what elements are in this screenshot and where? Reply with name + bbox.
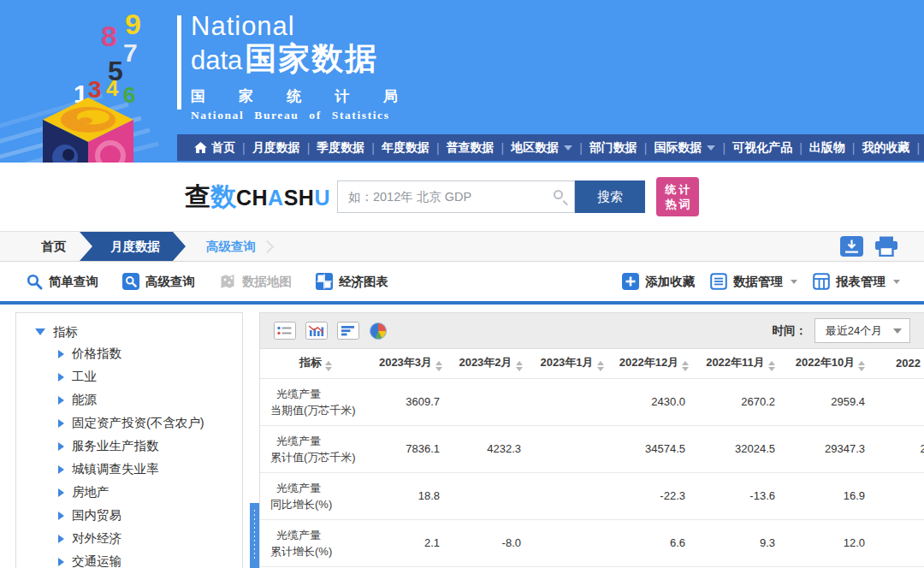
nav-item-1[interactable]: 月度数据 — [246, 140, 307, 156]
time-range-select[interactable]: 最近24个月 — [814, 318, 910, 343]
triangle-right-icon — [58, 535, 64, 543]
column-header-4[interactable]: 2022年11月 — [696, 349, 785, 378]
nav-item-8[interactable]: 可视化产品 — [726, 140, 799, 156]
value-cell-r1c4: 32024.5 — [696, 425, 785, 472]
list-view-button[interactable] — [274, 322, 296, 340]
nav-item-6[interactable]: 部门数据 — [583, 140, 644, 156]
download-button[interactable] — [840, 236, 863, 257]
indicator-cell: 光缆产量当期值(万芯千米) — [260, 378, 371, 425]
sidebar-item-5[interactable]: 城镇调查失业率 — [58, 458, 242, 481]
advanced-query-button[interactable]: 高级查询 — [122, 273, 195, 290]
triangle-right-icon — [58, 396, 64, 405]
data-manage-button[interactable]: 数据管理 — [710, 273, 797, 290]
sidebar-item-0[interactable]: 价格指数 — [58, 342, 242, 365]
value-cell-r0c6 — [875, 378, 924, 425]
sidebar-item-label: 工业 — [72, 369, 97, 385]
actions-left-group: 简单查询高级查询数据地图经济图表 — [26, 273, 388, 290]
sidebar-splitter[interactable] — [250, 503, 259, 568]
nav-item-label: 地区数据 — [511, 140, 559, 156]
hot-words-badge[interactable]: 统计 热词 — [656, 177, 699, 216]
column-header-1[interactable]: 2023年2月 — [450, 349, 531, 378]
nav-item-5[interactable]: 地区数据 — [504, 140, 579, 156]
sort-icon[interactable] — [858, 361, 865, 371]
search-input[interactable] — [338, 181, 574, 212]
sort-icon[interactable] — [325, 361, 332, 371]
sort-icon[interactable] — [682, 361, 689, 371]
sort-icon[interactable] — [768, 361, 775, 371]
logo-cn-name: 国家统计局 — [191, 86, 431, 106]
column-header-0[interactable]: 2023年3月 — [371, 349, 450, 378]
value-cell-r2c1 — [450, 472, 531, 519]
sidebar-item-9[interactable]: 交通运输 — [58, 550, 242, 568]
nav-item-4[interactable]: 普查数据 — [440, 140, 501, 156]
report-manage-label: 报表管理 — [836, 274, 886, 290]
simple-query-button[interactable]: 简单查询 — [26, 273, 98, 290]
chevron-down-icon — [893, 328, 902, 334]
value-cell-r0c5: 2959.4 — [785, 378, 875, 425]
sidebar-item-label: 城镇调查失业率 — [72, 461, 159, 477]
nav-item-7[interactable]: 国际数据 — [647, 140, 722, 156]
nav-item-11[interactable]: 帮助 — [920, 140, 924, 156]
print-button[interactable] — [874, 236, 898, 257]
sidebar-item-3[interactable]: 固定资产投资(不含农户) — [58, 411, 242, 435]
sidebar-item-label: 固定资产投资(不含农户) — [72, 415, 204, 431]
column-header-5[interactable]: 2022年10月 — [785, 349, 875, 378]
column-header-2[interactable]: 2023年1月 — [531, 349, 613, 378]
chashu-logo-segment: CH — [236, 186, 268, 210]
sidebar-item-7[interactable]: 国内贸易 — [58, 504, 242, 527]
nav-item-9[interactable]: 出版物 — [803, 140, 852, 156]
table-row: 光缆产量累计值(万芯千米)7836.14232.334574.532024.52… — [260, 425, 924, 472]
page: 987534612 National data 国家数据 国家统计局 Natio… — [0, 0, 924, 568]
column-header-3[interactable]: 2022年12月 — [613, 349, 696, 378]
sidebar-item-1[interactable]: 工业 — [58, 365, 242, 388]
bar-chart-view-button[interactable] — [305, 322, 328, 340]
triangle-right-icon — [58, 442, 64, 451]
search-button[interactable]: 搜索 — [575, 180, 645, 213]
chashu-logo-segment: A — [268, 186, 284, 210]
sidebar-root-indicator[interactable]: 指标 — [35, 322, 242, 342]
actions-right-group: 添加收藏数据管理报表管理 — [622, 273, 900, 290]
chashu-logo: 查数CHASHU — [185, 180, 330, 215]
table-row: 光缆产量同比增长(%)18.8-22.3-13.616.9 — [260, 472, 924, 519]
nav-item-3[interactable]: 年度数据 — [375, 140, 436, 156]
pie-view-button[interactable] — [369, 322, 388, 340]
sort-icon[interactable] — [516, 361, 523, 371]
add-favorite-button[interactable]: 添加收藏 — [622, 273, 695, 290]
value-cell-r0c3: 2430.0 — [613, 378, 696, 425]
nav-item-10[interactable]: 我的收藏 — [855, 140, 916, 156]
nav-item-label: 普查数据 — [447, 140, 495, 156]
column-header-label: 2022年11月 — [706, 356, 765, 369]
sidebar-item-label: 能源 — [72, 392, 97, 408]
sidebar-item-2[interactable]: 能源 — [58, 388, 242, 411]
sidebar-item-8[interactable]: 对外经济 — [58, 527, 242, 550]
indicator-detail: 累计增长(%) — [270, 543, 371, 559]
sort-icon[interactable] — [435, 361, 442, 371]
value-cell-r1c6: 2 — [875, 425, 924, 472]
column-header-indicator[interactable]: 指标 — [260, 349, 371, 378]
breadcrumb-home-tab[interactable]: 首页 — [15, 232, 92, 261]
sidebar-item-6[interactable]: 房地产 — [58, 481, 242, 504]
nav-item-label: 年度数据 — [382, 140, 429, 156]
logo-line2: data 国家数据 — [191, 41, 431, 79]
data-map-button[interactable]: 数据地图 — [219, 273, 292, 290]
data-table-panel: 时间： 最近24个月 指标2023年3月2023年2月2023年1月2022年1… — [259, 312, 924, 568]
report-manage-button[interactable]: 报表管理 — [813, 273, 900, 290]
sort-icon[interactable] — [597, 361, 604, 371]
chevron-down-icon — [893, 280, 900, 284]
chashu-logo-segment: 查 — [185, 180, 210, 215]
value-cell-r1c3: 34574.5 — [613, 425, 696, 472]
column-header-label: 2023年3月 — [379, 356, 432, 369]
nav-item-2[interactable]: 季度数据 — [310, 140, 371, 156]
nav-item-0[interactable]: 首页 — [187, 140, 242, 156]
column-header-6[interactable]: 2022 — [875, 349, 924, 378]
add-favorite-icon — [622, 273, 639, 290]
logo-text-block: National data 国家数据 国家统计局 National Bureau… — [177, 11, 431, 122]
logo-number: 7 — [123, 38, 138, 67]
breadcrumb-advanced-query-link[interactable]: 高级查询 — [186, 232, 264, 261]
breadcrumb-monthly-data-tab[interactable]: 月度数据 — [80, 232, 186, 261]
sidebar-item-4[interactable]: 服务业生产指数 — [58, 435, 242, 458]
economy-chart-button[interactable]: 经济图表 — [316, 273, 388, 290]
time-label: 时间： — [773, 323, 808, 339]
h-bar-view-button[interactable] — [337, 322, 359, 340]
breadcrumb: 首页 月度数据 高级查询 — [0, 232, 272, 261]
